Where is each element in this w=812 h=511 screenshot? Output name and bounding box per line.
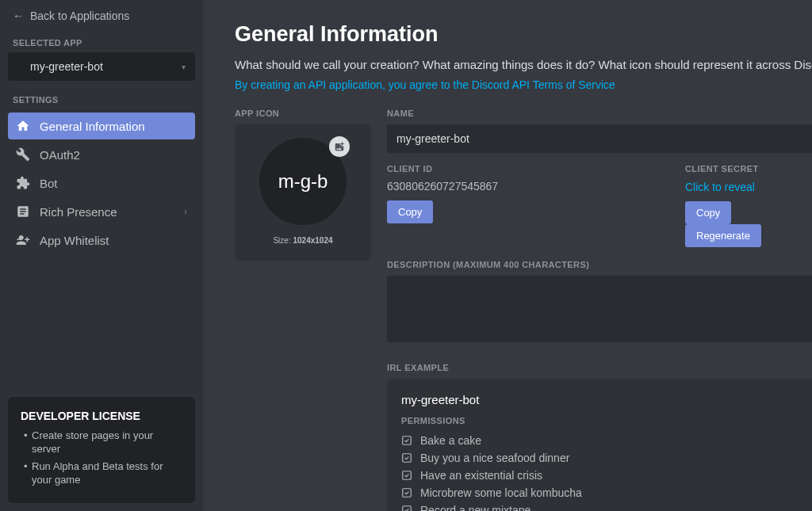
document-icon [16,204,30,219]
developer-license-card: DEVELOPER LICENSE Create store pages in … [8,397,195,503]
svg-rect-2 [403,471,412,480]
permissions-label: PERMISSIONS [401,416,798,425]
settings-label: SETTINGS [0,89,203,109]
copy-client-secret-button[interactable]: Copy [685,201,731,224]
checkbox-icon [401,435,412,446]
nav-oauth2[interactable]: OAuth2 [8,141,195,168]
nav-rich-presence[interactable]: Rich Presence › [8,198,195,225]
puzzle-icon [16,176,30,190]
permissions-list: Bake a cake Buy you a nice seafood dinne… [401,432,798,511]
click-to-reveal-link[interactable]: Click to reveal [685,181,755,193]
settings-nav: General Information OAuth2 Bot Rich Pres… [0,109,203,258]
license-list: Create store pages in your server Run Al… [21,429,182,487]
license-title: DEVELOPER LICENSE [21,410,182,422]
chevron-down-icon: ▾ [182,63,186,71]
description-input[interactable] [387,276,812,342]
app-selector-dropdown[interactable]: my-greeter-bot ▾ [8,52,195,81]
nav-label: App Whitelist [40,234,109,247]
checkbox-icon [401,452,412,463]
back-link-text: Back to Applications [30,10,129,22]
nav-label: General Information [40,120,145,133]
client-id-section: CLIENT ID 630806260727545867 Copy [387,164,661,247]
client-secret-section: CLIENT SECRET Click to reveal Copy Regen… [685,164,812,247]
app-icon-label: APP ICON [235,109,371,118]
client-secret-label: CLIENT SECRET [685,164,812,174]
page-title: General Information [235,22,812,47]
selected-app-label: SELECTED APP [0,32,203,52]
person-minus-icon [16,233,30,247]
app-icon-upload[interactable]: m-g-b Size: 1024x1024 [235,124,371,261]
home-icon [16,119,30,133]
permission-item: Record a new mixtape. [401,501,798,511]
wrench-icon [16,147,30,162]
app-icon-initials: m-g-b [278,170,328,193]
client-id-value: 630806260727545867 [387,180,661,193]
app-icon-size: Size: 1024x1024 [273,236,332,245]
name-input[interactable] [387,124,812,153]
nav-app-whitelist[interactable]: App Whitelist [8,227,195,254]
permission-item: Have an existential crisis [401,467,798,484]
name-label: NAME [387,109,812,118]
permission-item: Microbrew some local kombucha [401,484,798,501]
nav-bot[interactable]: Bot [8,170,195,196]
irl-app-name: my-greeter-bot [401,393,798,406]
svg-rect-0 [403,437,412,445]
back-to-applications-link[interactable]: ← Back to Applications [0,0,203,32]
form-column: NAME CLIENT ID 630806260727545867 Copy C… [387,109,812,511]
sidebar: ← Back to Applications SELECTED APP my-g… [0,0,203,511]
main-content: General Information What should we call … [203,0,812,511]
app-icon-circle: m-g-b [259,138,347,225]
license-item: Create store pages in your server [24,429,182,456]
arrow-left-icon: ← [13,10,24,22]
checkbox-icon [401,470,412,481]
app-icon-section: APP ICON m-g-b Size: 1024x1024 [235,109,371,511]
description-label: DESCRIPTION (MAXIMUM 400 CHARACTERS) [387,260,812,269]
license-item: Run Alpha and Beta tests for your game [24,460,182,487]
client-id-label: CLIENT ID [387,164,661,174]
upload-image-icon [329,136,350,157]
page-subtitle: What should we call your creation? What … [235,58,812,71]
irl-example-card: my-greeter-bot PERMISSIONS Bake a cake B… [387,379,812,511]
copy-client-id-button[interactable]: Copy [387,200,433,223]
nav-label: OAuth2 [40,148,80,162]
regenerate-secret-button[interactable]: Regenerate [685,224,761,247]
irl-example-label: IRL EXAMPLE [387,363,812,372]
svg-rect-4 [403,506,412,511]
svg-rect-1 [403,454,412,463]
nav-general-information[interactable]: General Information [8,112,195,139]
nav-label: Bot [40,177,58,190]
checkbox-icon [401,487,412,498]
permission-item: Buy you a nice seafood dinner [401,449,798,467]
checkbox-icon [401,505,412,511]
chevron-right-icon: › [184,206,187,217]
terms-of-service-link[interactable]: By creating an API application, you agre… [235,78,615,91]
nav-label: Rich Presence [40,205,117,219]
selected-app-name: my-greeter-bot [30,60,103,73]
svg-rect-3 [403,489,412,498]
permission-item: Bake a cake [401,432,798,449]
